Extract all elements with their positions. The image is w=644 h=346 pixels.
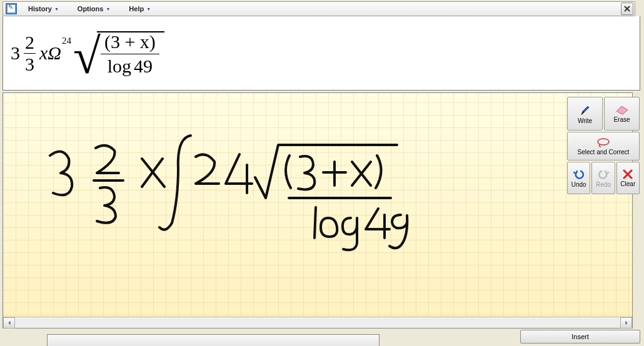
math-log-word: log	[108, 56, 131, 76]
tool-palette: Write Erase Select and Correct	[566, 96, 640, 195]
horizontal-scrollbar[interactable]	[3, 317, 632, 328]
math-radical: √ (3 + x) log49	[73, 31, 164, 75]
eraser-icon	[615, 105, 629, 115]
undo-icon	[573, 169, 585, 180]
menu-bar: History ▼ Options ▼ Help ▼	[3, 1, 635, 16]
scroll-left-button[interactable]	[3, 317, 15, 329]
erase-tool-label: Erase	[613, 116, 630, 123]
erase-tool-button[interactable]: Erase	[604, 97, 640, 131]
scroll-right-button[interactable]	[620, 317, 632, 329]
dropdown-icon: ▼	[54, 7, 59, 11]
math-coeff: 3	[11, 42, 20, 64]
clear-x-icon	[623, 169, 633, 179]
triangle-left-icon	[7, 320, 12, 325]
select-correct-label: Select and Correct	[578, 149, 630, 156]
insert-button[interactable]: Insert	[520, 330, 640, 344]
redo-icon	[598, 169, 609, 180]
svg-point-0	[598, 139, 609, 145]
math-omega: Ω	[48, 42, 61, 64]
menu-help[interactable]: Help ▼	[124, 3, 156, 14]
menu-history[interactable]: History ▼	[23, 3, 64, 14]
write-tool-label: Write	[578, 117, 592, 124]
scrollbar-track[interactable]	[15, 317, 620, 328]
menu-options-label: Options	[78, 5, 104, 12]
rendered-math-output: 3 2 3 x Ω 24 √ (3 + x) log49	[3, 16, 640, 91]
math-var-x: x	[39, 42, 48, 64]
math-fraction-num: 2	[24, 32, 36, 54]
math-fraction-den: 3	[24, 54, 36, 75]
undo-label: Undo	[571, 181, 586, 188]
ink-writing-area[interactable]	[3, 92, 633, 329]
menu-help-label: Help	[129, 5, 144, 12]
handwritten-math-stroke	[3, 93, 632, 328]
surd-icon: √	[73, 35, 101, 79]
close-icon	[624, 6, 630, 12]
clear-label: Clear	[620, 180, 635, 187]
menu-options[interactable]: Options ▼	[73, 3, 116, 14]
menu-history-label: History	[28, 5, 52, 12]
triangle-right-icon	[624, 320, 629, 325]
bottom-panel-stub	[47, 334, 380, 346]
math-fraction: 2 3	[24, 32, 36, 75]
math-radicand-num: (3 + x)	[101, 31, 159, 54]
dropdown-icon: ▼	[106, 7, 110, 11]
dropdown-icon: ▼	[146, 7, 151, 11]
clear-button[interactable]: Clear	[616, 162, 640, 194]
math-root-index: 24	[62, 36, 71, 46]
math-input-panel-window: History ▼ Options ▼ Help ▼ 3 2 3 x Ω 24	[0, 0, 644, 346]
redo-label: Redo	[596, 181, 611, 188]
undo-button[interactable]: Undo	[567, 162, 590, 194]
pen-icon	[579, 104, 591, 116]
lasso-icon	[596, 137, 611, 147]
insert-label: Insert	[571, 333, 589, 340]
close-button[interactable]	[621, 2, 633, 15]
redo-button[interactable]: Redo	[591, 162, 615, 194]
write-tool-button[interactable]: Write	[567, 97, 603, 131]
app-icon	[6, 3, 17, 14]
select-correct-button[interactable]: Select and Correct	[567, 132, 640, 161]
math-log-arg: 49	[134, 56, 153, 76]
